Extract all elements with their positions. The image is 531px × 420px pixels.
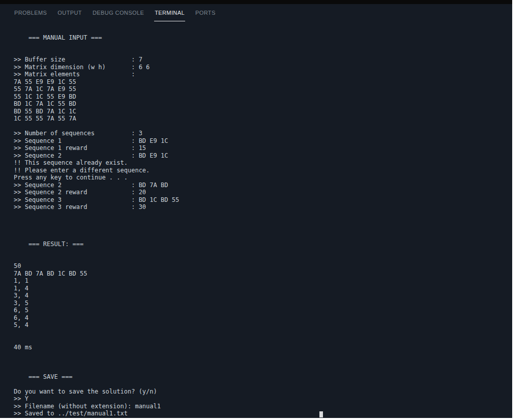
tab-terminal[interactable]: TERMINAL <box>154 4 185 21</box>
tab-problems[interactable]: PROBLEMS <box>14 4 47 21</box>
tab-debug-console[interactable]: DEBUG CONSOLE <box>92 4 144 21</box>
tab-ports[interactable]: PORTS <box>195 4 216 21</box>
tab-output[interactable]: OUTPUT <box>57 4 82 21</box>
terminal-viewport[interactable]: === MANUAL INPUT === >> Buffer size : 7 … <box>0 21 512 418</box>
editor-top-strip <box>0 0 512 4</box>
panel-tab-bar: PROBLEMS OUTPUT DEBUG CONSOLE TERMINAL P… <box>0 4 512 21</box>
terminal-output: === MANUAL INPUT === >> Buffer size : 7 … <box>0 21 512 417</box>
terminal-panel: PROBLEMS OUTPUT DEBUG CONSOLE TERMINAL P… <box>0 0 512 418</box>
terminal-cursor <box>319 411 323 417</box>
